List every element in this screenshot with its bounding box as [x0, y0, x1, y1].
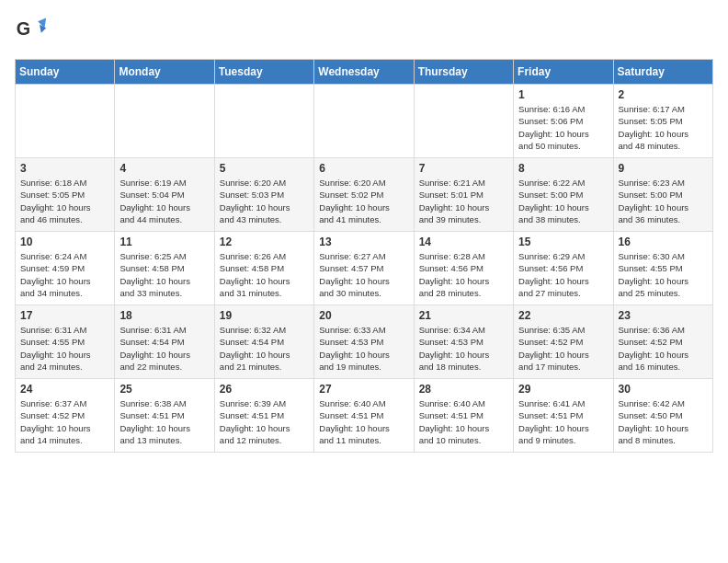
calendar-cell: 24Sunrise: 6:37 AM Sunset: 4:52 PM Dayli…: [16, 379, 115, 453]
calendar-cell: 11Sunrise: 6:25 AM Sunset: 4:58 PM Dayli…: [115, 232, 214, 305]
day-number: 3: [20, 162, 109, 175]
calendar-week-4: 17Sunrise: 6:31 AM Sunset: 4:55 PM Dayli…: [16, 305, 713, 379]
day-number: 30: [619, 383, 708, 396]
day-number: 10: [20, 236, 109, 248]
calendar-cell: [16, 85, 115, 158]
cell-info: Sunrise: 6:16 AM Sunset: 5:06 PM Dayligh…: [518, 103, 608, 152]
cell-info: Sunrise: 6:24 AM Sunset: 4:59 PM Dayligh…: [20, 250, 109, 299]
cell-info: Sunrise: 6:39 AM Sunset: 4:51 PM Dayligh…: [220, 397, 309, 446]
calendar-cell: [314, 85, 414, 158]
cell-info: Sunrise: 6:31 AM Sunset: 4:55 PM Dayligh…: [20, 324, 109, 373]
day-number: 5: [220, 162, 309, 175]
day-number: 29: [518, 383, 608, 396]
calendar-week-3: 10Sunrise: 6:24 AM Sunset: 4:59 PM Dayli…: [16, 232, 713, 305]
calendar: SundayMondayTuesdayWednesdayThursdayFrid…: [15, 59, 713, 453]
calendar-cell: 9Sunrise: 6:23 AM Sunset: 5:00 PM Daylig…: [613, 158, 712, 232]
day-number: 25: [119, 383, 209, 396]
cell-info: Sunrise: 6:35 AM Sunset: 4:52 PM Dayligh…: [518, 324, 608, 373]
calendar-cell: 16Sunrise: 6:30 AM Sunset: 4:55 PM Dayli…: [613, 232, 712, 305]
cell-info: Sunrise: 6:28 AM Sunset: 4:56 PM Dayligh…: [419, 250, 508, 299]
calendar-cell: 21Sunrise: 6:34 AM Sunset: 4:53 PM Dayli…: [414, 305, 513, 379]
day-number: 4: [119, 162, 209, 175]
cell-info: Sunrise: 6:29 AM Sunset: 4:56 PM Dayligh…: [518, 250, 608, 299]
calendar-body: 1Sunrise: 6:16 AM Sunset: 5:06 PM Daylig…: [16, 85, 713, 453]
cell-info: Sunrise: 6:20 AM Sunset: 5:02 PM Dayligh…: [319, 177, 408, 225]
cell-info: Sunrise: 6:33 AM Sunset: 4:53 PM Dayligh…: [319, 324, 408, 373]
calendar-cell: 28Sunrise: 6:40 AM Sunset: 4:51 PM Dayli…: [414, 379, 513, 453]
calendar-cell: 15Sunrise: 6:29 AM Sunset: 4:56 PM Dayli…: [514, 232, 613, 305]
calendar-cell: 5Sunrise: 6:20 AM Sunset: 5:03 PM Daylig…: [214, 158, 313, 232]
day-number: 12: [220, 236, 309, 248]
cell-info: Sunrise: 6:18 AM Sunset: 5:05 PM Dayligh…: [20, 177, 109, 225]
day-number: 28: [419, 383, 508, 396]
cell-info: Sunrise: 6:22 AM Sunset: 5:00 PM Dayligh…: [518, 177, 608, 225]
day-number: 11: [119, 236, 209, 248]
calendar-week-1: 1Sunrise: 6:16 AM Sunset: 5:06 PM Daylig…: [16, 85, 713, 158]
cell-info: Sunrise: 6:19 AM Sunset: 5:04 PM Dayligh…: [119, 177, 209, 225]
day-number: 24: [20, 383, 109, 396]
calendar-header-row: SundayMondayTuesdayWednesdayThursdayFrid…: [16, 60, 713, 85]
calendar-cell: 10Sunrise: 6:24 AM Sunset: 4:59 PM Dayli…: [16, 232, 115, 305]
day-number: 18: [119, 309, 209, 322]
calendar-header-friday: Friday: [514, 60, 613, 85]
cell-info: Sunrise: 6:40 AM Sunset: 4:51 PM Dayligh…: [419, 397, 508, 446]
cell-info: Sunrise: 6:34 AM Sunset: 4:53 PM Dayligh…: [419, 324, 508, 373]
calendar-cell: [414, 85, 513, 158]
page-header: G: [15, 15, 713, 48]
day-number: 17: [20, 309, 109, 322]
day-number: 14: [419, 236, 508, 248]
day-number: 23: [619, 309, 708, 322]
day-number: 7: [419, 162, 508, 175]
calendar-header-tuesday: Tuesday: [214, 60, 313, 85]
cell-info: Sunrise: 6:25 AM Sunset: 4:58 PM Dayligh…: [119, 250, 209, 299]
calendar-cell: 20Sunrise: 6:33 AM Sunset: 4:53 PM Dayli…: [314, 305, 414, 379]
day-number: 16: [619, 236, 708, 248]
calendar-cell: 1Sunrise: 6:16 AM Sunset: 5:06 PM Daylig…: [514, 85, 613, 158]
day-number: 8: [518, 162, 608, 175]
calendar-header-saturday: Saturday: [613, 60, 712, 85]
calendar-cell: [214, 85, 313, 158]
calendar-cell: 19Sunrise: 6:32 AM Sunset: 4:54 PM Dayli…: [214, 305, 313, 379]
day-number: 13: [319, 236, 408, 248]
calendar-cell: [115, 85, 214, 158]
day-number: 19: [220, 309, 309, 322]
cell-info: Sunrise: 6:37 AM Sunset: 4:52 PM Dayligh…: [20, 397, 109, 446]
logo-icon: G: [15, 15, 48, 48]
calendar-cell: 8Sunrise: 6:22 AM Sunset: 5:00 PM Daylig…: [514, 158, 613, 232]
day-number: 20: [319, 309, 408, 322]
day-number: 22: [518, 309, 608, 322]
day-number: 9: [619, 162, 708, 175]
cell-info: Sunrise: 6:36 AM Sunset: 4:52 PM Dayligh…: [619, 324, 708, 373]
cell-info: Sunrise: 6:42 AM Sunset: 4:50 PM Dayligh…: [619, 397, 708, 446]
cell-info: Sunrise: 6:27 AM Sunset: 4:57 PM Dayligh…: [319, 250, 408, 299]
calendar-cell: 27Sunrise: 6:40 AM Sunset: 4:51 PM Dayli…: [314, 379, 414, 453]
cell-info: Sunrise: 6:32 AM Sunset: 4:54 PM Dayligh…: [220, 324, 309, 373]
cell-info: Sunrise: 6:38 AM Sunset: 4:51 PM Dayligh…: [119, 397, 209, 446]
cell-info: Sunrise: 6:20 AM Sunset: 5:03 PM Dayligh…: [220, 177, 309, 225]
cell-info: Sunrise: 6:30 AM Sunset: 4:55 PM Dayligh…: [619, 250, 708, 299]
day-number: 6: [319, 162, 408, 175]
calendar-cell: 6Sunrise: 6:20 AM Sunset: 5:02 PM Daylig…: [314, 158, 414, 232]
day-number: 27: [319, 383, 408, 396]
calendar-cell: 2Sunrise: 6:17 AM Sunset: 5:05 PM Daylig…: [613, 85, 712, 158]
logo: G: [15, 15, 53, 48]
calendar-cell: 30Sunrise: 6:42 AM Sunset: 4:50 PM Dayli…: [613, 379, 712, 453]
day-number: 2: [619, 88, 708, 101]
calendar-cell: 7Sunrise: 6:21 AM Sunset: 5:01 PM Daylig…: [414, 158, 513, 232]
calendar-cell: 4Sunrise: 6:19 AM Sunset: 5:04 PM Daylig…: [115, 158, 214, 232]
cell-info: Sunrise: 6:17 AM Sunset: 5:05 PM Dayligh…: [619, 103, 708, 152]
day-number: 1: [518, 88, 608, 101]
cell-info: Sunrise: 6:21 AM Sunset: 5:01 PM Dayligh…: [419, 177, 508, 225]
calendar-cell: 17Sunrise: 6:31 AM Sunset: 4:55 PM Dayli…: [16, 305, 115, 379]
calendar-header-sunday: Sunday: [16, 60, 115, 85]
svg-text:G: G: [17, 18, 30, 39]
cell-info: Sunrise: 6:40 AM Sunset: 4:51 PM Dayligh…: [319, 397, 408, 446]
calendar-cell: 14Sunrise: 6:28 AM Sunset: 4:56 PM Dayli…: [414, 232, 513, 305]
calendar-cell: 25Sunrise: 6:38 AM Sunset: 4:51 PM Dayli…: [115, 379, 214, 453]
cell-info: Sunrise: 6:31 AM Sunset: 4:54 PM Dayligh…: [119, 324, 209, 373]
calendar-header-wednesday: Wednesday: [314, 60, 414, 85]
day-number: 26: [220, 383, 309, 396]
calendar-cell: 22Sunrise: 6:35 AM Sunset: 4:52 PM Dayli…: [514, 305, 613, 379]
day-number: 21: [419, 309, 508, 322]
calendar-cell: 23Sunrise: 6:36 AM Sunset: 4:52 PM Dayli…: [613, 305, 712, 379]
